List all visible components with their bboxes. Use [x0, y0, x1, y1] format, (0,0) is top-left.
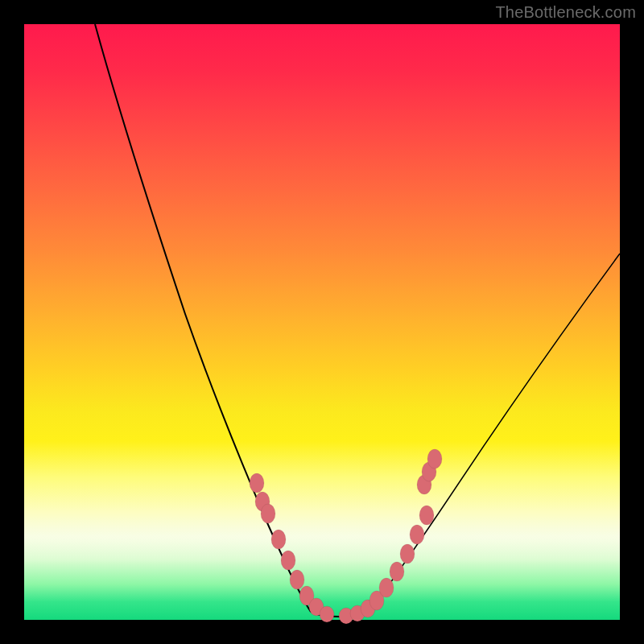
data-marker	[271, 530, 286, 549]
data-marker	[400, 544, 415, 564]
data-marker	[410, 525, 424, 544]
data-marker	[390, 562, 404, 581]
data-marker	[320, 606, 334, 622]
data-marker	[261, 504, 275, 523]
data-marker	[427, 449, 442, 469]
data-marker	[281, 551, 295, 570]
chart-frame: TheBottleneck.com	[0, 0, 644, 644]
chart-svg	[24, 24, 620, 620]
data-marker	[290, 570, 304, 589]
watermark-text: TheBottleneck.com	[495, 3, 636, 22]
data-marker	[250, 473, 264, 493]
data-marker	[419, 506, 434, 525]
data-marker	[379, 578, 394, 597]
curve-left	[95, 24, 311, 612]
